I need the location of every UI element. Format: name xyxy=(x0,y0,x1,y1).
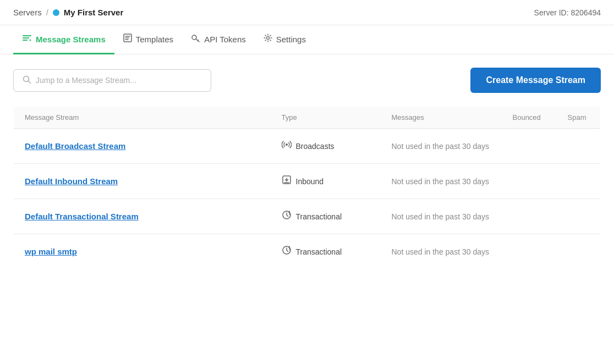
stream-messages-cell: Not used in the past 30 days xyxy=(381,129,502,164)
stream-name-cell: Default Broadcast Stream xyxy=(14,129,271,164)
breadcrumb-separator: / xyxy=(46,8,48,17)
col-header-bounced: Bounced xyxy=(502,107,557,129)
table-row: Default Broadcast Stream Broadcasts Not … xyxy=(14,129,601,164)
messages-status: Not used in the past 30 days xyxy=(392,177,489,186)
stream-spam-cell xyxy=(557,164,601,199)
stream-name-link[interactable]: Default Inbound Stream xyxy=(25,177,118,186)
stream-bounced-cell xyxy=(502,129,557,164)
tab-templates[interactable]: Templates xyxy=(114,26,182,54)
stream-type-cell: Transactional xyxy=(271,199,381,234)
stream-name-link[interactable]: Default Broadcast Stream xyxy=(25,141,125,151)
breadcrumb: Servers / My First Server xyxy=(13,8,123,17)
tab-api-tokens[interactable]: API Tokens xyxy=(182,26,255,54)
type-label: Transactional xyxy=(296,212,342,221)
type-label: Inbound xyxy=(296,177,324,186)
inbound-icon xyxy=(282,175,292,187)
stream-type-cell: Transactional xyxy=(271,234,381,269)
nav-tabs: Message Streams Templates API Tokens xyxy=(0,25,614,54)
streams-icon xyxy=(22,33,32,45)
action-row: Create Message Stream xyxy=(13,68,601,93)
table-row: wp mail smtp Transactional Not used in t… xyxy=(14,234,601,269)
transactional-icon xyxy=(282,210,292,223)
stream-messages-cell: Not used in the past 30 days xyxy=(381,164,502,199)
servers-link[interactable]: Servers xyxy=(13,8,42,17)
tab-settings[interactable]: Settings xyxy=(255,26,315,54)
col-header-spam: Spam xyxy=(557,107,601,129)
broadcasts-icon xyxy=(282,140,292,152)
stream-messages-cell: Not used in the past 30 days xyxy=(381,234,502,269)
stream-type-cell: Broadcasts xyxy=(271,129,381,164)
svg-point-2 xyxy=(266,37,269,40)
key-icon xyxy=(191,34,200,45)
stream-spam-cell xyxy=(557,199,601,234)
table-row: Default Transactional Stream Transaction… xyxy=(14,199,601,234)
transactional-icon xyxy=(282,245,292,258)
messages-status: Not used in the past 30 days xyxy=(392,212,489,221)
type-label: Transactional xyxy=(296,247,342,256)
server-name: My First Server xyxy=(64,8,123,17)
tab-message-streams-label: Message Streams xyxy=(36,35,106,44)
stream-bounced-cell xyxy=(502,164,557,199)
col-header-type: Type xyxy=(271,107,381,129)
tab-message-streams[interactable]: Message Streams xyxy=(13,25,114,54)
stream-name-link[interactable]: wp mail smtp xyxy=(25,247,77,256)
tab-templates-label: Templates xyxy=(136,35,173,44)
messages-status: Not used in the past 30 days xyxy=(392,247,489,256)
gear-icon xyxy=(264,34,272,45)
col-header-messages: Messages xyxy=(381,107,502,129)
server-id: Server ID: 8206494 xyxy=(534,8,601,17)
create-message-stream-button[interactable]: Create Message Stream xyxy=(470,68,601,93)
stream-name-cell: wp mail smtp xyxy=(14,234,271,269)
tab-api-tokens-label: API Tokens xyxy=(204,35,246,44)
type-label: Broadcasts xyxy=(296,142,335,151)
stream-type-cell: Inbound xyxy=(271,164,381,199)
top-header: Servers / My First Server Server ID: 820… xyxy=(0,0,614,25)
search-input[interactable] xyxy=(36,76,202,85)
stream-spam-cell xyxy=(557,234,601,269)
server-status-dot xyxy=(53,9,59,16)
search-box[interactable] xyxy=(13,69,211,92)
stream-bounced-cell xyxy=(502,234,557,269)
svg-point-4 xyxy=(286,144,288,146)
table-header-row: Message Stream Type Messages Bounced Spa… xyxy=(14,107,601,129)
search-icon xyxy=(23,75,31,86)
stream-spam-cell xyxy=(557,129,601,164)
main-content: Create Message Stream Message Stream Typ… xyxy=(0,54,614,269)
stream-bounced-cell xyxy=(502,199,557,234)
table-row: Default Inbound Stream Inbound Not used … xyxy=(14,164,601,199)
stream-name-link[interactable]: Default Transactional Stream xyxy=(25,212,139,221)
col-header-name: Message Stream xyxy=(14,107,271,129)
messages-status: Not used in the past 30 days xyxy=(392,142,489,151)
stream-messages-cell: Not used in the past 30 days xyxy=(381,199,502,234)
streams-table: Message Stream Type Messages Bounced Spa… xyxy=(13,106,601,269)
tab-settings-label: Settings xyxy=(276,35,306,44)
templates-icon xyxy=(123,34,132,45)
stream-name-cell: Default Inbound Stream xyxy=(14,164,271,199)
stream-name-cell: Default Transactional Stream xyxy=(14,199,271,234)
